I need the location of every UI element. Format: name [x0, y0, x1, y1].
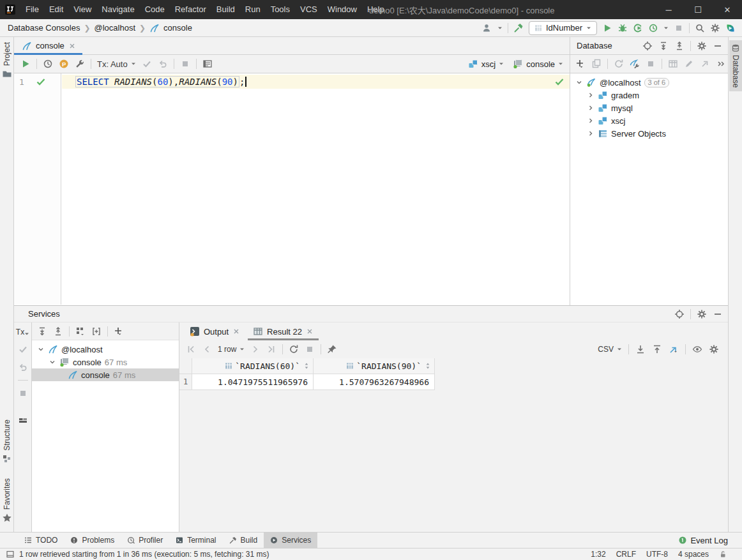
tool-button-profiler[interactable]: Profiler	[121, 533, 169, 548]
collapse-all-icon[interactable]	[674, 41, 685, 51]
chevron-down-icon[interactable]	[575, 79, 583, 86]
gear-icon[interactable]	[697, 309, 707, 319]
file-encoding[interactable]: UTF-8	[646, 550, 668, 559]
menu-run[interactable]: Run	[240, 0, 266, 19]
more-toolbar-icon[interactable]	[716, 59, 726, 69]
layout-icon[interactable]	[18, 415, 28, 425]
export-format-select[interactable]: CSV	[598, 345, 622, 354]
debug-button[interactable]	[617, 23, 628, 33]
hide-panel-icon[interactable]	[713, 309, 723, 319]
close-icon[interactable]	[232, 328, 240, 335]
session-select[interactable]: console	[513, 59, 563, 69]
add-datasource-icon[interactable]	[575, 59, 586, 69]
build-hammer-icon[interactable]	[513, 23, 524, 33]
expand-all-icon[interactable]	[658, 41, 669, 51]
collapse-all-icon[interactable]	[53, 326, 63, 337]
column-header-radians90[interactable]: `RADIANS(90)`	[314, 358, 435, 374]
page-size-select[interactable]: 1 row	[218, 345, 245, 354]
services-row-localhost[interactable]: @localhost	[32, 343, 179, 356]
download-icon[interactable]	[635, 344, 646, 354]
sort-icon[interactable]	[424, 362, 432, 370]
maximize-button[interactable]: ☐	[683, 0, 713, 19]
menu-navigate[interactable]: Navigate	[96, 0, 139, 19]
sort-icon[interactable]	[303, 362, 310, 370]
tree-row-localhost[interactable]: @localhost 3 of 6	[570, 76, 728, 89]
toolwindow-toggle-icon[interactable]	[6, 550, 14, 558]
close-button[interactable]: ✕	[713, 0, 742, 19]
menu-edit[interactable]: Edit	[44, 0, 68, 19]
minimize-button[interactable]: ─	[654, 0, 683, 19]
tool-button-todo[interactable]: TODO	[18, 533, 64, 548]
tx-toggle[interactable]: Tx	[16, 328, 29, 337]
breadcrumb-database-consoles[interactable]: Database Consoles	[8, 23, 80, 33]
value-cell-radians90[interactable]: 1.5707963267948966	[314, 374, 435, 390]
pin-tab-icon[interactable]	[327, 344, 337, 354]
tool-button-favorites[interactable]: Favorites	[2, 478, 12, 523]
execute-button[interactable]	[20, 59, 31, 69]
settings-gear-icon[interactable]	[710, 23, 720, 33]
upload-to-top-icon[interactable]	[652, 344, 662, 354]
menu-build[interactable]: Build	[211, 0, 240, 19]
locate-icon[interactable]	[642, 41, 653, 51]
user-icon[interactable]	[482, 23, 492, 33]
menu-vcs[interactable]: VCS	[295, 0, 322, 19]
tree-row-xscj[interactable]: xscj	[570, 114, 728, 127]
event-log-button[interactable]: Event Log	[690, 536, 728, 545]
output-options-icon[interactable]	[202, 59, 213, 69]
line-separator[interactable]: CRLF	[616, 550, 636, 559]
run-button[interactable]	[602, 23, 612, 33]
tree-row-mysql[interactable]: mysql	[570, 102, 728, 114]
add-tab-icon[interactable]	[91, 326, 102, 337]
menu-code[interactable]: Code	[140, 0, 170, 19]
history-clock-icon[interactable]	[43, 59, 53, 69]
close-icon[interactable]	[306, 328, 314, 335]
editor-body[interactable]: 1 SELECT RADIANS(60),RADIANS(90);	[14, 73, 570, 305]
schema-select[interactable]: xscj	[468, 59, 504, 69]
caret-position[interactable]: 1:32	[591, 550, 605, 559]
export-data-icon[interactable]	[669, 344, 679, 354]
tab-output[interactable]: Output	[185, 322, 245, 340]
gear-icon[interactable]	[697, 41, 707, 51]
tool-button-build[interactable]: Build	[223, 533, 264, 548]
run-with-coverage-button[interactable]	[633, 23, 643, 33]
plugin-leaf-icon[interactable]	[725, 23, 736, 33]
reload-page-icon[interactable]	[289, 344, 299, 354]
chevron-right-icon[interactable]	[587, 117, 594, 125]
services-row-session[interactable]: console 67 ms	[32, 356, 179, 368]
tx-mode-select[interactable]: Tx: Auto	[97, 59, 136, 69]
add-service-icon[interactable]	[114, 326, 124, 337]
menu-tools[interactable]: Tools	[266, 0, 295, 19]
jump-to-console-icon[interactable]	[630, 59, 640, 69]
parameters-icon[interactable]: P	[59, 59, 69, 69]
search-everywhere-icon[interactable]	[695, 23, 705, 33]
chevron-down-icon[interactable]	[663, 26, 669, 31]
menu-window[interactable]: Window	[322, 0, 362, 19]
tab-console[interactable]: console	[14, 37, 82, 54]
close-icon[interactable]	[68, 42, 76, 50]
tool-button-database[interactable]: Database	[729, 40, 742, 91]
group-by-icon[interactable]	[75, 326, 86, 337]
settings-gear-icon[interactable]	[709, 344, 719, 354]
expand-all-icon[interactable]	[37, 326, 47, 337]
tab-result[interactable]: Result 22	[248, 322, 319, 340]
menu-file[interactable]: File	[20, 0, 44, 19]
indent-style[interactable]: 4 spaces	[678, 550, 709, 559]
column-header-radians60[interactable]: `RADIANS(60)`	[192, 358, 314, 374]
breadcrumb-localhost[interactable]: @localhost	[95, 23, 136, 33]
locate-icon[interactable]	[674, 309, 685, 319]
breadcrumb-console[interactable]: console	[163, 23, 192, 33]
profiler-button[interactable]	[648, 23, 658, 33]
tool-button-services[interactable]: Services	[264, 533, 317, 548]
chevron-right-icon[interactable]	[587, 91, 594, 99]
chevron-down-icon[interactable]	[37, 345, 45, 353]
sql-statement[interactable]: SELECT RADIANS(60),RADIANS(90);	[62, 75, 570, 89]
value-cell-radians60[interactable]: 1.0471975511965976	[192, 374, 314, 390]
chevron-right-icon[interactable]	[587, 104, 594, 112]
wrench-settings-icon[interactable]	[75, 59, 85, 69]
menu-view[interactable]: View	[68, 0, 96, 19]
tool-button-structure[interactable]: Structure	[2, 420, 12, 464]
chevron-right-icon[interactable]	[587, 130, 594, 137]
services-row-console-selected[interactable]: console 67 ms	[32, 368, 179, 381]
run-configuration-select[interactable]: IdNumber	[529, 21, 597, 35]
tool-button-terminal[interactable]: Terminal	[169, 533, 222, 548]
